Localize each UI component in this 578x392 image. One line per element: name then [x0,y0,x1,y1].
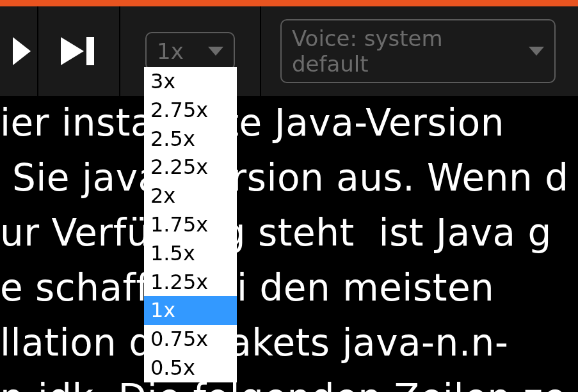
toolbar: 1x Voice: system default [0,6,578,96]
voice-selected-label: Voice: system default [292,26,522,77]
svg-rect-2 [86,37,94,65]
speed-option[interactable]: 1x [144,296,237,325]
svg-marker-0 [13,37,31,65]
voice-dropdown[interactable]: Voice: system default [280,19,556,83]
next-track-button[interactable] [38,6,120,96]
speed-option[interactable]: 0.75x [144,325,237,354]
content-line: e schafft. Bei den meisten [0,263,494,313]
content-line: llation des Pakets java-n.n- [0,318,508,368]
svg-marker-1 [61,37,84,65]
reader-content: ier installierte Java-Version Sie java -… [0,96,578,392]
speed-option[interactable]: 2.75x [144,96,237,125]
content-line: Sie java -version aus. Wenn d [0,153,568,203]
content-line: n-jdk. Die folgenden Zeilen ze [0,373,566,392]
content-line: ier installierte Java-Version [0,98,504,148]
next-track-icon [61,37,97,65]
speed-selected-label: 1x [157,38,184,64]
speed-dropdown-list: 3x 2.75x 2.5x 2.25x 2x 1.75x 1.5x 1.25x … [144,67,237,382]
content-line: ur Verfügung steht ist Java g [0,208,552,258]
speed-option[interactable]: 1.5x [144,239,237,268]
accent-bar [0,0,578,6]
speed-option[interactable]: 3x [144,67,237,96]
voice-cell: Voice: system default [261,6,578,96]
speed-option[interactable]: 0.5x [144,354,237,382]
speed-option[interactable]: 1.25x [144,268,237,297]
chevron-down-icon [208,47,223,56]
speed-dropdown[interactable]: 1x [145,32,235,70]
speed-option[interactable]: 2.25x [144,153,237,182]
speed-option[interactable]: 2.5x [144,125,237,153]
play-button[interactable] [0,6,38,96]
speed-option[interactable]: 1.75x [144,210,237,239]
chevron-down-icon [529,47,544,56]
play-icon [13,37,31,65]
speed-option[interactable]: 2x [144,182,237,210]
